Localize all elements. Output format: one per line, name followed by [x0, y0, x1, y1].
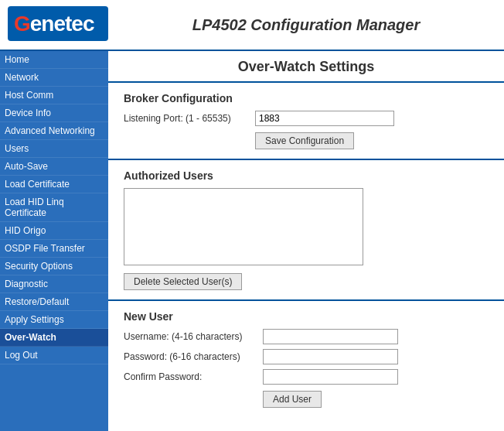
listening-port-input[interactable]: [255, 111, 394, 126]
new-user-section: New User Username: (4-16 characters) Pas…: [108, 301, 504, 417]
listening-port-row: Listening Port: (1 - 65535): [124, 111, 489, 126]
username-input[interactable]: [263, 329, 398, 344]
username-row: Username: (4-16 characters): [124, 329, 489, 344]
sidebar-item-network[interactable]: Network: [0, 69, 108, 87]
sidebar-item-load-hid-linq[interactable]: Load HID Linq Certificate: [0, 193, 108, 222]
sidebar-item-home[interactable]: Home: [0, 51, 108, 69]
broker-config-title: Broker Configuration: [124, 92, 489, 104]
delete-selected-users-button[interactable]: Delete Selected User(s): [124, 273, 242, 290]
sidebar-item-users[interactable]: Users: [0, 140, 108, 158]
page-title: Over-Watch Settings: [108, 51, 504, 83]
sidebar-item-log-out[interactable]: Log Out: [0, 347, 108, 364]
authorized-users-list[interactable]: [124, 188, 363, 265]
add-user-button[interactable]: Add User: [263, 391, 322, 408]
sidebar: Home Network Host Comm Device Info Advan…: [0, 51, 108, 431]
sidebar-item-over-watch[interactable]: Over-Watch: [0, 329, 108, 347]
sidebar-item-hid-origo[interactable]: HID Origo: [0, 222, 108, 240]
logo: Genetec: [8, 6, 108, 43]
broker-config-section: Broker Configuration Listening Port: (1 …: [108, 83, 504, 160]
sidebar-item-auto-save[interactable]: Auto-Save: [0, 158, 108, 176]
sidebar-item-apply-settings[interactable]: Apply Settings: [0, 311, 108, 329]
confirm-password-input[interactable]: [263, 369, 398, 385]
sidebar-item-load-certificate[interactable]: Load Certificate: [0, 176, 108, 193]
confirm-password-label: Confirm Password:: [124, 371, 263, 382]
confirm-password-row: Confirm Password:: [124, 369, 489, 385]
sidebar-item-device-info[interactable]: Device Info: [0, 104, 108, 122]
listening-port-label: Listening Port: (1 - 65535): [124, 113, 247, 124]
save-config-button[interactable]: Save Configuration: [255, 132, 354, 149]
logo-area: Genetec: [8, 6, 116, 43]
sidebar-item-diagnostic[interactable]: Diagnostic: [0, 275, 108, 293]
authorized-users-section: Authorized Users Delete Selected User(s): [108, 160, 504, 301]
new-user-title: New User: [124, 310, 489, 323]
password-label: Password: (6-16 characters): [124, 351, 263, 362]
header: Genetec LP4502 Configuration Manager: [0, 0, 504, 51]
sidebar-item-osdp-file-transfer[interactable]: OSDP File Transfer: [0, 240, 108, 258]
save-config-btn-row: Save Configuration: [124, 132, 489, 149]
username-label: Username: (4-16 characters): [124, 331, 263, 342]
page-header-title: LP4502 Configuration Manager: [116, 16, 496, 34]
svg-text:Genetec: Genetec: [14, 12, 94, 36]
password-row: Password: (6-16 characters): [124, 349, 489, 364]
content-area: Over-Watch Settings Broker Configuration…: [108, 51, 504, 431]
authorized-users-title: Authorized Users: [124, 169, 489, 182]
sidebar-item-advanced-networking[interactable]: Advanced Networking: [0, 122, 108, 140]
main-layout: Home Network Host Comm Device Info Advan…: [0, 51, 504, 431]
sidebar-item-restore-default[interactable]: Restore/Default: [0, 293, 108, 311]
password-input[interactable]: [263, 349, 398, 364]
sidebar-item-security-options[interactable]: Security Options: [0, 258, 108, 275]
sidebar-item-host-comm[interactable]: Host Comm: [0, 87, 108, 104]
